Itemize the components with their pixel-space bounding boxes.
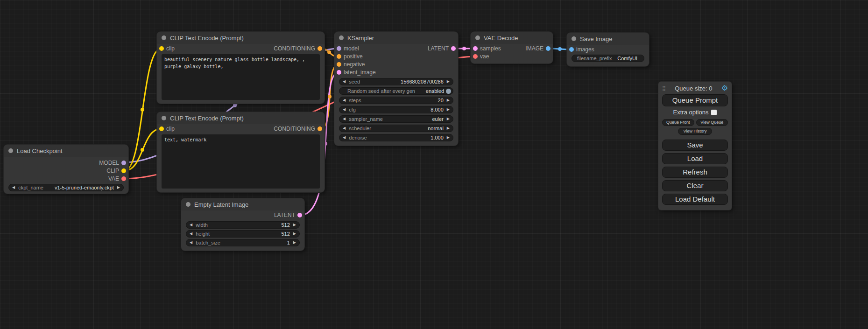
- extra-options-checkbox[interactable]: [711, 110, 717, 115]
- refresh-button[interactable]: Refresh: [662, 167, 728, 178]
- negative-prompt-textarea[interactable]: text, watermark: [162, 134, 320, 189]
- steps-widget[interactable]: ◀ steps 20 ▶: [339, 97, 453, 104]
- link-midpoint-dot[interactable]: [233, 104, 237, 107]
- link-midpoint-dot[interactable]: [558, 47, 562, 51]
- samples-input-slot[interactable]: [473, 46, 478, 51]
- cfg-widget[interactable]: ◀ cfg 8.000 ▶: [339, 106, 453, 113]
- latent-output-slot[interactable]: [297, 213, 302, 217]
- increment-arrow-icon[interactable]: ▶: [117, 186, 120, 189]
- decrement-arrow-icon[interactable]: ◀: [343, 98, 346, 102]
- images-input-slot[interactable]: [569, 47, 574, 52]
- increment-arrow-icon[interactable]: ▶: [447, 126, 450, 130]
- decrement-arrow-icon[interactable]: ◀: [190, 232, 192, 236]
- vae-input-slot[interactable]: [473, 54, 478, 59]
- increment-arrow-icon[interactable]: ▶: [293, 232, 296, 236]
- view-history-button[interactable]: View History: [678, 128, 712, 135]
- clear-button[interactable]: Clear: [662, 180, 728, 191]
- seed-widget[interactable]: ◀ seed 156680208700286 ▶: [339, 78, 453, 85]
- link-midpoint-dot[interactable]: [327, 50, 331, 54]
- link-midpoint-dot[interactable]: [328, 95, 332, 98]
- filename-prefix-widget[interactable]: filename_prefix ComfyUI: [572, 55, 644, 62]
- widget-label: scheduler: [349, 126, 371, 131]
- decrement-arrow-icon[interactable]: ◀: [343, 80, 346, 84]
- decrement-arrow-icon[interactable]: ◀: [190, 241, 192, 245]
- decrement-arrow-icon[interactable]: ◀: [343, 108, 346, 112]
- latent-output-slot[interactable]: [451, 46, 456, 51]
- clip-output-slot[interactable]: [121, 168, 126, 173]
- queue-size-label: Queue size: 0: [666, 85, 721, 92]
- conditioning-output-slot[interactable]: [318, 126, 322, 131]
- vae-output-slot[interactable]: [121, 176, 126, 181]
- decrement-arrow-icon[interactable]: ◀: [343, 117, 346, 121]
- latent-image-input-slot[interactable]: [337, 70, 341, 75]
- view-queue-button[interactable]: View Queue: [696, 119, 728, 126]
- link-midpoint-dot[interactable]: [141, 108, 144, 112]
- node-empty-latent-image[interactable]: Empty Latent Image LATENT ◀ width 512 ▶ …: [181, 198, 304, 251]
- increment-arrow-icon[interactable]: ▶: [447, 98, 450, 102]
- node-ksampler-titlebar[interactable]: KSampler: [334, 32, 458, 44]
- settings-gear-icon[interactable]: ⚙: [721, 84, 728, 92]
- load-button[interactable]: Load: [662, 153, 728, 164]
- sampler-name-widget[interactable]: ◀ sampler_name euler ▶: [339, 115, 453, 123]
- load-default-button[interactable]: Load Default: [662, 194, 728, 205]
- widget-value: enabled: [426, 88, 444, 94]
- decrement-arrow-icon[interactable]: ◀: [343, 136, 346, 140]
- widget-label: denoise: [349, 135, 367, 140]
- node-save-image[interactable]: Save Image images filename_prefix ComfyU…: [567, 33, 649, 66]
- node-clip-text-encode-negative-titlebar[interactable]: CLIP Text Encode (Prompt): [157, 112, 325, 124]
- node-empty-latent-image-titlebar[interactable]: Empty Latent Image: [181, 198, 304, 210]
- decrement-arrow-icon[interactable]: ◀: [343, 126, 346, 130]
- decrement-arrow-icon[interactable]: ◀: [190, 223, 192, 227]
- widget-value: ComfyUI: [617, 56, 637, 61]
- scheduler-widget[interactable]: ◀ scheduler normal ▶: [339, 125, 453, 132]
- node-ksampler[interactable]: KSampler model LATENT positive negative …: [334, 32, 458, 146]
- negative-input-slot[interactable]: [337, 62, 341, 67]
- ckpt-name-widget[interactable]: ◀ ckpt_name v1-5-pruned-emaonly.ckpt ▶: [8, 184, 124, 191]
- positive-prompt-textarea[interactable]: beautiful scenery nature glass bottle la…: [162, 54, 320, 100]
- node-vae-decode[interactable]: VAE Decode samples IMAGE vae: [471, 32, 553, 63]
- drag-handle-icon[interactable]: ⣿: [662, 85, 666, 91]
- height-widget[interactable]: ◀ height 512 ▶: [186, 230, 300, 238]
- conditioning-output-slot[interactable]: [318, 46, 322, 51]
- link-midpoint-dot[interactable]: [462, 47, 466, 50]
- collapse-dot-icon[interactable]: [572, 36, 576, 41]
- increment-arrow-icon[interactable]: ▶: [447, 136, 450, 140]
- collapse-dot-icon[interactable]: [162, 116, 166, 120]
- random-seed-toggle-widget[interactable]: Random seed after every gen enabled: [339, 87, 453, 95]
- clip-input-slot[interactable]: [159, 126, 164, 131]
- positive-input-slot[interactable]: [337, 54, 341, 59]
- model-input-slot[interactable]: [337, 46, 341, 51]
- node-load-checkpoint[interactable]: Load Checkpoint MODEL CLIP VAE ◀ ckpt_na…: [4, 145, 128, 194]
- collapse-dot-icon[interactable]: [475, 35, 480, 40]
- save-button[interactable]: Save: [662, 140, 728, 151]
- collapse-dot-icon[interactable]: [339, 35, 344, 40]
- decrement-arrow-icon[interactable]: ◀: [12, 186, 15, 189]
- image-output-slot[interactable]: [546, 46, 550, 51]
- collapse-dot-icon[interactable]: [162, 35, 166, 40]
- queue-menu-panel[interactable]: ⣿ Queue size: 0 ⚙ Queue Prompt Extra opt…: [658, 82, 732, 210]
- model-output-slot[interactable]: [121, 161, 126, 165]
- collapse-dot-icon[interactable]: [8, 148, 13, 153]
- width-widget[interactable]: ◀ width 512 ▶: [186, 221, 300, 229]
- link-midpoint-dot[interactable]: [141, 148, 144, 152]
- denoise-widget[interactable]: ◀ denoise 1.000 ▶: [339, 134, 453, 141]
- batch-size-widget[interactable]: ◀ batch_size 1 ▶: [186, 239, 300, 246]
- node-save-image-titlebar[interactable]: Save Image: [567, 33, 649, 45]
- node-clip-text-encode-positive-titlebar[interactable]: CLIP Text Encode (Prompt): [157, 32, 325, 44]
- graph-canvas[interactable]: Load Checkpoint MODEL CLIP VAE ◀ ckpt_na…: [0, 0, 868, 329]
- queue-prompt-button[interactable]: Queue Prompt: [662, 94, 728, 106]
- toggle-knob-icon[interactable]: [446, 89, 451, 94]
- collapse-dot-icon[interactable]: [186, 202, 191, 207]
- slot-label-clip: CLIP: [106, 168, 119, 174]
- increment-arrow-icon[interactable]: ▶: [447, 80, 450, 84]
- increment-arrow-icon[interactable]: ▶: [447, 117, 450, 121]
- queue-front-button[interactable]: Queue Front: [662, 119, 694, 126]
- node-clip-text-encode-negative[interactable]: CLIP Text Encode (Prompt) clip CONDITION…: [157, 112, 325, 192]
- node-vae-decode-titlebar[interactable]: VAE Decode: [471, 32, 553, 44]
- node-clip-text-encode-positive[interactable]: CLIP Text Encode (Prompt) clip CONDITION…: [157, 32, 325, 104]
- increment-arrow-icon[interactable]: ▶: [447, 108, 450, 112]
- increment-arrow-icon[interactable]: ▶: [293, 223, 296, 227]
- increment-arrow-icon[interactable]: ▶: [293, 241, 296, 245]
- clip-input-slot[interactable]: [159, 46, 164, 51]
- node-load-checkpoint-titlebar[interactable]: Load Checkpoint: [4, 145, 128, 157]
